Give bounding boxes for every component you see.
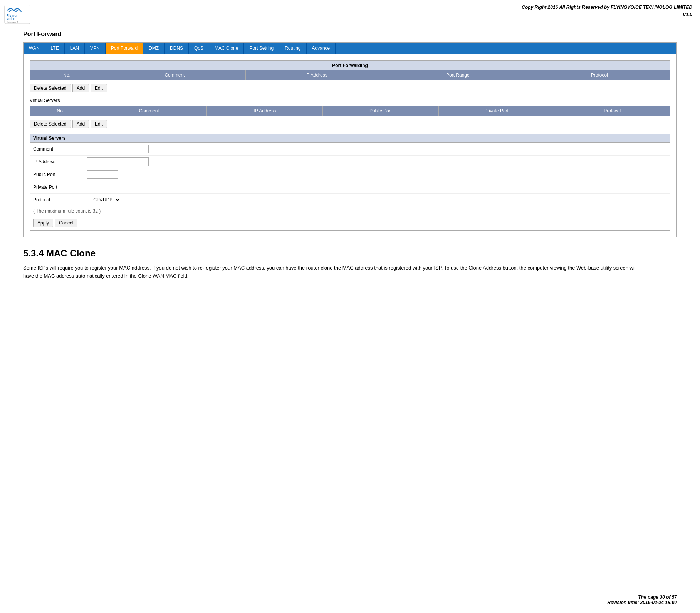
comment-label: Comment [33, 146, 87, 152]
vs-btn-row: Delete Selected Add Edit [30, 120, 670, 128]
vs-table-header: No. Comment IP Address Public Port Priva… [30, 106, 670, 116]
vs-delete-btn[interactable]: Delete Selected [30, 120, 71, 128]
svg-text:Flying: Flying [7, 13, 17, 17]
section-534-text: Some ISPs will require you to register y… [23, 264, 640, 280]
col-comment: Comment [104, 70, 245, 80]
vs-col-pub-port: Public Port [323, 106, 439, 116]
tab-advance[interactable]: Advance [307, 43, 336, 54]
flyingvoice-logo: Flying Voice Voice over IP [4, 4, 31, 25]
vs-edit-btn[interactable]: Edit [91, 120, 107, 128]
pf-edit-btn[interactable]: Edit [91, 84, 107, 92]
col-port-range: Port Range [387, 70, 529, 80]
pf-delete-btn[interactable]: Delete Selected [30, 84, 71, 92]
vs-add-btn[interactable]: Add [72, 120, 89, 128]
form-row-comment: Comment [30, 143, 670, 156]
tab-lan[interactable]: LAN [65, 43, 85, 54]
private-port-input[interactable] [87, 183, 118, 191]
virtual-servers-table: No. Comment IP Address Public Port Priva… [30, 106, 670, 116]
header-copyright: Copy Right 2016 All Rights Reserved by F… [522, 4, 692, 18]
pf-add-btn[interactable]: Add [72, 84, 89, 92]
router-ui-box: WAN LTE LAN VPN Port Forward DMZ DDNS Qo… [23, 42, 677, 237]
page-info: The page 30 of 57 [607, 595, 677, 600]
revision-time: Revision time: 2016-02-24 18:00 [607, 600, 677, 605]
form-row-ip: IP Address [30, 156, 670, 168]
vs-col-protocol: Protocol [554, 106, 670, 116]
public-port-label: Public Port [33, 172, 87, 177]
apply-button[interactable]: Apply [33, 219, 53, 227]
tab-dmz[interactable]: DMZ [143, 43, 165, 54]
page-title: Port Forward [23, 31, 677, 38]
vs-col-comment: Comment [91, 106, 207, 116]
pf-btn-row: Delete Selected Add Edit [30, 84, 670, 92]
tab-mac-clone[interactable]: MAC Clone [209, 43, 244, 54]
cancel-button[interactable]: Cancel [55, 219, 77, 227]
svg-text:Voice over IP: Voice over IP [7, 21, 18, 23]
max-rule-note: ( The maximum rule count is 32 ) [30, 206, 670, 216]
virtual-servers-form: Virtual Servers Comment IP Address Publi… [30, 134, 670, 231]
protocol-label: Protocol [33, 197, 87, 203]
tab-ddns[interactable]: DDNS [165, 43, 189, 54]
tab-wan[interactable]: WAN [24, 43, 45, 54]
port-forwarding-table: Port Forwarding No. Comment IP Address P… [30, 60, 670, 80]
router-body: Port Forwarding No. Comment IP Address P… [24, 54, 676, 237]
public-port-input[interactable] [87, 170, 118, 179]
port-forwarding-header: No. Comment IP Address Port Range Protoc… [30, 70, 670, 80]
form-row-private-port: Private Port [30, 181, 670, 194]
page-header: Flying Voice Voice over IP Copy Right 20… [0, 0, 700, 27]
main-content: Port Forward WAN LTE LAN VPN Port Forwar… [0, 27, 700, 288]
form-apply-row: Apply Cancel [30, 216, 670, 230]
port-forwarding-label: Port Forwarding [30, 61, 670, 70]
tab-qos[interactable]: QoS [189, 43, 209, 54]
comment-input[interactable] [87, 145, 149, 153]
vs-table-label: Virtual Servers [30, 98, 670, 103]
form-row-protocol: Protocol TCP&UDP TCP UDP [30, 194, 670, 206]
page-footer: The page 30 of 57 Revision time: 2016-02… [607, 595, 677, 605]
tab-port-forward[interactable]: Port Forward [106, 43, 143, 54]
col-no: No. [30, 70, 104, 80]
tab-vpn[interactable]: VPN [85, 43, 106, 54]
tab-lte[interactable]: LTE [45, 43, 65, 54]
ip-address-input[interactable] [87, 157, 149, 166]
vs-form-title: Virtual Servers [30, 134, 670, 143]
ip-address-label: IP Address [33, 159, 87, 164]
tab-routing[interactable]: Routing [279, 43, 306, 54]
col-ip: IP Address [246, 70, 387, 80]
nav-tabs: WAN LTE LAN VPN Port Forward DMZ DDNS Qo… [24, 43, 676, 54]
protocol-select[interactable]: TCP&UDP TCP UDP [87, 196, 121, 204]
form-row-public-port: Public Port [30, 168, 670, 181]
vs-col-ip: IP Address [207, 106, 323, 116]
vs-col-no: No. [30, 106, 91, 116]
vs-col-priv-port: Private Port [439, 106, 555, 116]
svg-text:Voice: Voice [7, 17, 15, 21]
section-534-heading: 5.3.4 MAC Clone [23, 248, 677, 259]
tab-port-setting[interactable]: Port Setting [244, 43, 279, 54]
private-port-label: Private Port [33, 184, 87, 190]
col-protocol: Protocol [529, 70, 670, 80]
